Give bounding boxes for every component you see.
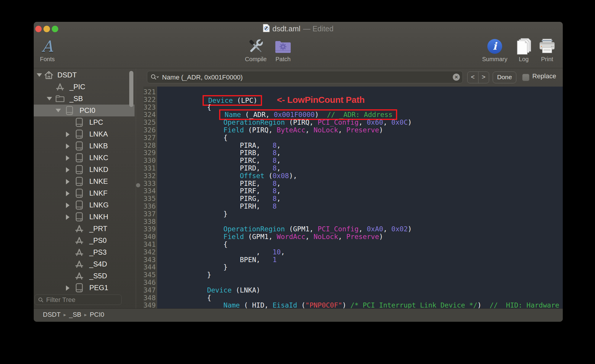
document-title: dsdt.aml [272,25,300,33]
code-line-content: OperationRegion (GPM1, PCI_Config, 0xA0,… [158,225,412,233]
sidebar-item-label: LNKA [89,130,108,138]
find-field[interactable]: × [147,71,463,83]
annotation-text: <- LowPinCount Path [277,95,365,105]
code-line-329: 329 PIRB, 8, [143,149,563,157]
sidebar-item-lnkd[interactable]: LNKD [34,164,135,176]
print-button[interactable]: Print [529,37,565,67]
sidebar-item-label: _S5D [89,272,107,280]
sidebar-item-label: LNKH [89,213,108,221]
find-input[interactable] [161,71,449,84]
code-line-338: 338 [143,218,563,226]
sidebar-scrollbar[interactable] [129,71,133,107]
method-icon [74,236,84,245]
device-icon [74,177,84,186]
code-line-334: 334 PIRF, 8, [143,187,563,195]
sidebar-item-lnkf[interactable]: LNKF [34,187,135,199]
line-number: 333 [143,180,154,188]
print-icon [529,37,565,56]
clear-search-button[interactable]: × [453,74,460,81]
code-line-347: 347 Device (LNKA) [143,287,563,294]
find-next-button[interactable]: > [478,72,489,83]
method-icon [74,248,84,257]
sidebar-item-label: LNKG [89,201,109,209]
replace-checkbox[interactable] [522,74,529,81]
line-number: 323 [143,104,154,111]
sidebar-item-label: LNKF [89,189,107,197]
pane-divider-handle[interactable] [136,183,140,187]
sidebar-item-lnka[interactable]: LNKA [34,128,135,140]
sidebar-item-_ps0[interactable]: _PS0 [34,235,135,246]
disclosure-closed-icon[interactable] [66,285,69,291]
pane-divider[interactable] [136,68,136,309]
code-line-342: 342 , 10, [143,248,563,256]
disclosure-open-icon[interactable] [47,97,52,100]
search-icon [151,74,159,82]
breadcrumb-item-dsdt[interactable]: DSDT [43,311,61,318]
breadcrumb-item-_sb[interactable]: _SB [69,311,81,318]
device-icon [74,165,84,174]
device-icon [64,106,75,115]
code-line-content: Offset (0x08), [158,172,297,180]
disclosure-open-icon[interactable] [37,73,42,77]
line-number: 347 [143,287,154,294]
patch-button[interactable]: Patch [265,37,301,67]
sidebar-item-label: _SB [69,95,83,103]
find-previous-button[interactable]: < [468,72,478,83]
sidebar-item-lnkh[interactable]: LNKH [34,211,135,223]
sidebar-item-lnkc[interactable]: LNKC [34,152,135,164]
sidebar-item-lnke[interactable]: LNKE [34,176,135,187]
print-label: Print [529,56,565,63]
sidebar-item-_s5d[interactable]: _S5D [34,270,135,282]
code-editor[interactable]: 321322 Device (LPC)<- LowPinCount Path32… [143,87,563,309]
edited-badge: — Edited [303,25,334,33]
sidebar-item-_ps3[interactable]: _PS3 [34,246,135,258]
folder-icon [55,94,65,103]
sidebar-item-pci0[interactable]: PCI0 [34,105,135,116]
disclosure-closed-icon[interactable] [66,167,69,173]
line-number: 332 [143,172,154,180]
disclosure-open-icon[interactable] [56,109,61,112]
sidebar-item-lnkg[interactable]: LNKG [34,199,135,211]
line-number: 338 [143,218,154,226]
device-icon [74,200,84,210]
disclosure-closed-icon[interactable] [66,144,69,149]
disclosure-closed-icon[interactable] [66,191,69,196]
sidebar-item-peg1[interactable]: PEG1 [34,282,135,294]
sidebar-item-label: _S4D [89,260,107,268]
sidebar-item-lnkb[interactable]: LNKB [34,140,135,152]
filter-input[interactable] [46,296,132,304]
code-line-content: Field (PIRQ, ByteAcc, NoLock, Preserve) [158,126,383,134]
code-line-content: { [158,241,227,248]
line-number: 348 [143,294,154,302]
disclosure-closed-icon[interactable] [66,214,69,220]
breadcrumb-item-pci0[interactable]: PCI0 [90,311,104,318]
sidebar-item-label: LNKE [89,177,108,186]
disclosure-closed-icon[interactable] [66,179,69,184]
sidebar-item-lpc[interactable]: LPC [34,116,135,128]
disclosure-closed-icon[interactable] [66,132,69,137]
disclosure-closed-icon[interactable] [66,203,69,208]
sidebar-item-label: LNKC [89,154,108,162]
sidebar-item-_prt[interactable]: _PRT [34,223,135,235]
line-number: 335 [143,195,154,203]
code-line-325: 325 OperationRegion (PIRQ, PCI_Config, 0… [143,119,563,126]
fonts-button[interactable]: A Fonts [35,37,59,67]
sidebar-item-dsdt[interactable]: DSDT [34,69,135,81]
status-bar: DSDT▸_SB▸PCI0 [34,308,563,322]
done-button[interactable]: Done [493,72,516,83]
sidebar-item-label: PEG1 [89,284,108,292]
line-number: 344 [143,264,154,271]
line-number: 337 [143,210,154,218]
line-number: 325 [143,119,154,126]
code-line-content: { [158,134,227,142]
sidebar-item-_pic[interactable]: _PIC [34,81,135,93]
code-line-332: 332 Offset (0x08), [143,172,563,180]
find-bar: × < > Done Replace [143,68,563,87]
sidebar-item-_s4d[interactable]: _S4D [34,258,135,270]
sidebar-item-label: DSDT [57,71,77,79]
filter-field[interactable] [35,295,122,305]
disclosure-closed-icon[interactable] [66,155,69,161]
line-number: 322 [143,96,154,104]
code-line-content: Name (_ADR, 0x001F0000) // _ADR: Address [158,111,394,119]
sidebar-item-_sb[interactable]: _SB [34,93,135,105]
